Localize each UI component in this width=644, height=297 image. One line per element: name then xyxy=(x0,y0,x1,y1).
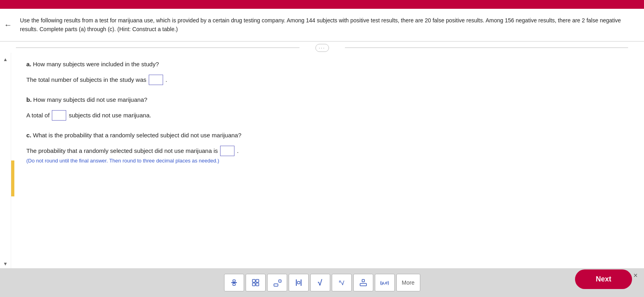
svg-rect-7 xyxy=(274,284,278,286)
part-b-question: How many subjects did not use marijuana? xyxy=(33,96,147,103)
sqrt-icon: √ xyxy=(318,278,322,287)
stat-symbol-button[interactable]: (μ,σ) xyxy=(375,274,395,291)
part-a-answer-line: The total number of subjects in the stud… xyxy=(26,75,624,85)
top-bar xyxy=(0,0,644,9)
separator-line-left xyxy=(16,48,299,48)
part-a-prefix: The total number of subjects in the stud… xyxy=(26,76,146,83)
part-c-suffix: . xyxy=(237,147,238,154)
part-c-label: c. xyxy=(26,132,32,139)
svg-rect-3 xyxy=(252,279,255,282)
absolute-value-icon xyxy=(294,278,303,287)
absolute-value-button[interactable] xyxy=(289,274,309,291)
part-b-answer-line: A total of subjects did not use marijuan… xyxy=(26,110,624,121)
svg-rect-12 xyxy=(362,279,364,282)
part-b: b. How many subjects did not use marijua… xyxy=(26,96,624,121)
superscript-icon xyxy=(273,278,282,287)
part-a-suffix: . xyxy=(165,76,167,83)
part-a-label: a. xyxy=(26,61,32,67)
part-c-input[interactable] xyxy=(220,146,234,156)
separator: ··· xyxy=(0,42,644,53)
svg-rect-6 xyxy=(256,283,259,286)
close-icon[interactable]: × xyxy=(633,271,638,280)
part-b-label: b. xyxy=(26,96,32,103)
small-square-button[interactable] xyxy=(353,274,373,291)
superscript-button[interactable] xyxy=(267,274,287,291)
next-button[interactable]: Next xyxy=(575,269,632,289)
scroll-down-btn[interactable]: ▼ xyxy=(2,259,10,268)
part-b-input[interactable] xyxy=(52,110,66,121)
more-label: More xyxy=(402,279,415,286)
svg-rect-1 xyxy=(233,280,235,282)
question-text: Use the following results from a test fo… xyxy=(20,17,621,32)
nth-root-icon: n√ xyxy=(339,279,344,286)
part-c-hint: (Do not round until the final answer. Th… xyxy=(26,158,624,164)
svg-rect-13 xyxy=(360,283,366,286)
small-square-icon xyxy=(359,278,368,287)
fraction-button[interactable] xyxy=(224,274,244,291)
matrix-button[interactable] xyxy=(246,274,266,291)
part-c-prefix: The probability that a randomly selected… xyxy=(26,147,218,154)
main-wrapper: ← Use the following results from a test … xyxy=(0,9,644,297)
separator-dots[interactable]: ··· xyxy=(315,44,329,52)
yellow-bar xyxy=(11,160,14,196)
part-c: c. What is the probability that a random… xyxy=(26,132,624,164)
separator-line-right xyxy=(345,48,628,48)
sqrt-button[interactable]: √ xyxy=(310,274,330,291)
question-header: ← Use the following results from a test … xyxy=(0,9,644,42)
bottom-toolbar: × xyxy=(0,268,644,297)
part-b-suffix: subjects did not use marijuana. xyxy=(69,112,151,119)
scroll-indicators: ▲ ▼ xyxy=(0,53,11,268)
fraction-icon xyxy=(230,278,238,287)
nth-root-button[interactable]: n√ xyxy=(332,274,352,291)
svg-rect-11 xyxy=(297,281,300,284)
part-b-prefix: A total of xyxy=(26,112,49,119)
back-arrow[interactable]: ← xyxy=(4,18,12,31)
svg-rect-0 xyxy=(231,282,237,283)
more-button[interactable]: More xyxy=(396,274,420,291)
part-a-question: How many subjects were included in the s… xyxy=(33,61,159,67)
svg-rect-2 xyxy=(233,283,235,285)
part-c-question: What is the probability that a randomly … xyxy=(33,132,242,139)
content-wrapper: ▲ ▼ a. How many subjects were included i… xyxy=(0,53,644,268)
part-c-answer-line: The probability that a randomly selected… xyxy=(26,146,624,156)
svg-rect-4 xyxy=(256,279,259,282)
content-area: a. How many subjects were included in th… xyxy=(11,53,644,268)
part-a: a. How many subjects were included in th… xyxy=(26,61,624,85)
matrix-icon xyxy=(251,278,260,287)
scroll-up-btn[interactable]: ▲ xyxy=(2,55,10,64)
part-a-input[interactable] xyxy=(149,75,163,85)
stat-icon: (μ,σ) xyxy=(380,281,389,285)
svg-rect-5 xyxy=(252,283,255,286)
svg-rect-8 xyxy=(279,280,281,282)
